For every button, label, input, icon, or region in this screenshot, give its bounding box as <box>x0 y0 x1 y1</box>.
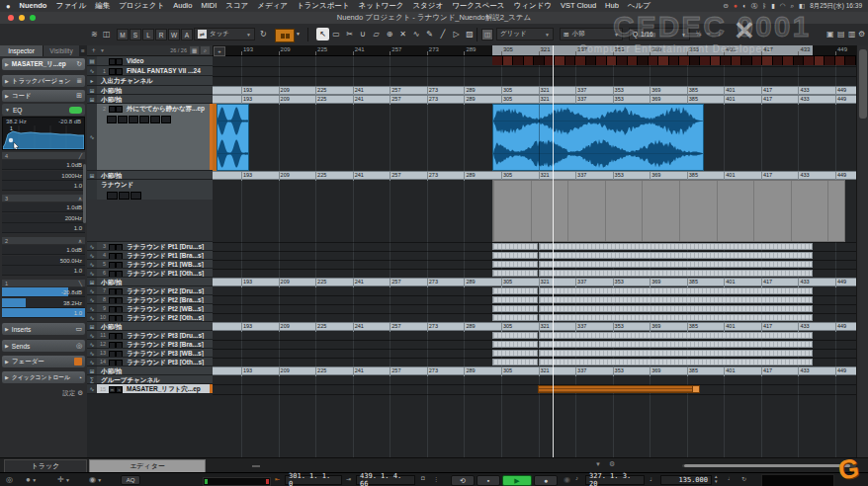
lower-zone-chevron-icon[interactable]: ▼ <box>595 461 601 467</box>
track-row-ruler[interactable]: ⊞小節/拍 <box>87 171 213 180</box>
solo-button[interactable] <box>116 288 123 295</box>
menu-item-8[interactable]: トランスポート <box>297 1 350 10</box>
eq-band-4-q[interactable]: 1.0 <box>2 181 85 191</box>
stem-clip-segment[interactable] <box>492 314 538 321</box>
solo-button[interactable] <box>116 306 123 313</box>
left-locator-icon[interactable]: ⇤ <box>275 475 280 482</box>
stem-clip-segment[interactable] <box>539 252 813 259</box>
solo-button[interactable] <box>116 271 123 278</box>
section-inserts[interactable]: ▶ Inserts ▭ <box>2 323 85 335</box>
control-center-icon[interactable]: ◧ <box>799 2 805 9</box>
split-tool[interactable]: ✂ <box>343 28 356 40</box>
mute-button[interactable] <box>109 271 116 278</box>
tab-visibility[interactable]: Visibility <box>43 45 79 56</box>
mute-button[interactable] <box>109 106 116 113</box>
glue-tool[interactable]: ∪ <box>357 28 370 40</box>
record-button[interactable]: ● <box>534 475 558 486</box>
menu-item-9[interactable]: ネットワーク <box>359 1 404 10</box>
snap-icon[interactable]: ◫ <box>481 29 493 40</box>
menu-item-12[interactable]: ウィンドウ <box>514 1 552 10</box>
right-locator-field[interactable]: 439. 1. 4. 66 <box>356 475 415 485</box>
automation-r-button[interactable]: R <box>155 29 167 40</box>
inspector-track-header[interactable]: ▶ MASATER_リ...ep ↻ <box>2 58 85 70</box>
menu-item-13[interactable]: VST Cloud <box>561 1 596 10</box>
automation-mode-dropdown[interactable]: ⇄ タッチ ▼ <box>194 28 255 40</box>
notification-badge-icon[interactable]: ● <box>734 2 738 9</box>
mute-button[interactable] <box>109 58 116 65</box>
eq-point-1[interactable] <box>9 138 13 142</box>
mute-button[interactable] <box>109 306 116 313</box>
mute-button[interactable] <box>109 333 116 340</box>
eq-band-2-q[interactable]: 1.0 <box>2 266 85 276</box>
track-control-button[interactable] <box>161 116 171 123</box>
activate-project-icon[interactable]: ≋ <box>91 30 98 39</box>
window-layout-icon[interactable]: ◫ <box>103 30 111 39</box>
eq-band-1-q[interactable]: 1.0 <box>2 308 85 318</box>
stem-clip-segment[interactable] <box>492 305 538 312</box>
solo-button[interactable]: s <box>116 386 123 393</box>
screen-record-icon[interactable]: ⊙ <box>723 2 728 9</box>
stem-clip-segment[interactable] <box>492 252 538 259</box>
playhead-cursor[interactable] <box>553 45 554 457</box>
folder-control-button[interactable] <box>130 192 141 200</box>
track-row-5[interactable]: ∿5ラナラウンド Pt1 [WB...s] <box>87 260 213 269</box>
bars-beats-lane[interactable]: 1932092252412572732893053213373533693854… <box>213 86 856 95</box>
track-row-2[interactable]: ∿2外にでてから静かな雰...ep <box>87 104 213 171</box>
track-row-9[interactable]: ∿9ラナラウンド Pt2 [WB...s] <box>87 304 213 313</box>
solo-button[interactable] <box>116 333 123 340</box>
punch-mode-icon[interactable]: ✛ ▼ <box>57 475 70 484</box>
horizontal-scrollbar-thumb[interactable] <box>684 464 850 467</box>
track-row-ruler[interactable]: ⊞小節/拍 <box>87 278 213 286</box>
track-row-folder[interactable]: ▸ラナウンド <box>87 180 213 242</box>
tab-editor[interactable]: エディター <box>89 459 206 472</box>
bluetooth-icon[interactable]: ᛒ <box>762 2 766 9</box>
stem-clip-segment[interactable] <box>539 314 813 321</box>
stem-clip-segment[interactable] <box>539 287 813 294</box>
window-zones-icon[interactable]: ▤ <box>837 30 845 39</box>
stem-clip-segment[interactable] <box>539 270 813 277</box>
add-ruler-icon[interactable]: + <box>214 46 225 56</box>
stem-clip-segment[interactable] <box>492 350 538 357</box>
solo-button[interactable] <box>116 68 123 75</box>
stem-clip-segment[interactable] <box>539 359 813 365</box>
record-mode-icon[interactable]: ● ▼ <box>26 475 37 484</box>
cycle-button[interactable]: ⟲ <box>451 475 475 486</box>
mute-tool[interactable]: ✕ <box>396 28 409 40</box>
stem-clip-segment[interactable] <box>492 332 538 339</box>
mute-button[interactable] <box>109 297 116 304</box>
track-control-button[interactable] <box>129 116 138 123</box>
menu-item-14[interactable]: Hub <box>605 1 619 10</box>
stem-clip-segment[interactable] <box>492 296 538 303</box>
track-row-ruler[interactable]: ⊞小節/拍 <box>87 95 213 104</box>
event-display[interactable]: 1932092252412572732893053213373533693854… <box>213 45 856 457</box>
menu-item-10[interactable]: スタジオ <box>412 1 443 10</box>
find-track-icon[interactable]: ⌕ <box>201 46 210 54</box>
snap-type-dropdown[interactable]: グリッド ▼ <box>496 28 554 40</box>
mute-button[interactable] <box>109 315 116 322</box>
zoom-window-button[interactable] <box>30 15 36 21</box>
eq-curve-display[interactable]: 38.2 Hz -20.8 dB 1 <box>2 117 85 150</box>
add-track-icon[interactable]: ＋ <box>90 45 97 55</box>
menu-item-2[interactable]: 編集 <box>95 1 110 10</box>
vertical-scrollbar[interactable] <box>856 45 868 457</box>
auto-follow-icon[interactable]: ↻ <box>260 30 267 39</box>
folder-control-button[interactable] <box>107 192 118 200</box>
stem-clip-segment[interactable] <box>492 287 538 294</box>
bars-beats-lane[interactable]: 1932092252412572732893053213373533693854… <box>213 366 856 375</box>
left-locator-field[interactable]: 301. 1. 1. 0 <box>285 475 342 485</box>
track-edit-icon[interactable]: ↻ <box>76 60 82 68</box>
menu-item-11[interactable]: ワークスペース <box>452 1 504 10</box>
solo-button[interactable] <box>116 360 123 366</box>
automation-l-button[interactable]: L <box>142 29 154 40</box>
lock-icon[interactable]: ◘ <box>421 475 425 481</box>
eq-band-3-gain[interactable]: 1.0dB <box>2 202 85 212</box>
solo-button[interactable] <box>116 253 123 260</box>
monitor-mode-icon[interactable]: ◉ ▼ <box>89 475 102 484</box>
track-control-button[interactable] <box>118 116 128 123</box>
tab-track[interactable]: トラック <box>4 459 87 472</box>
eq-band-2-gain[interactable]: 1.0dB <box>2 245 85 255</box>
track-control-button[interactable] <box>107 116 117 123</box>
time-warp-tool[interactable]: ∿ <box>410 28 423 40</box>
track-row-13[interactable]: ∿13ラナラウンド Pt3 [WB...s] <box>87 349 213 358</box>
mute-button[interactable] <box>109 351 116 358</box>
